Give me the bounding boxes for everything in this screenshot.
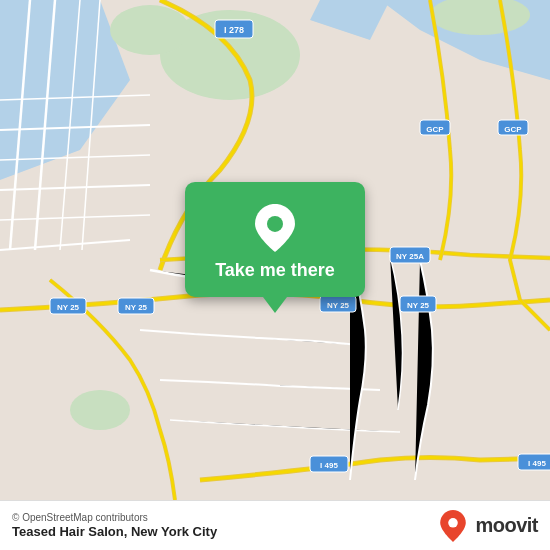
svg-text:NY 25A: NY 25A [396, 252, 424, 261]
svg-text:NY 25: NY 25 [57, 303, 80, 312]
take-me-there-overlay: Take me there [185, 182, 365, 313]
svg-text:NY 25: NY 25 [125, 303, 148, 312]
moovit-text: moovit [475, 514, 538, 537]
svg-text:GCP: GCP [426, 125, 444, 134]
location-label: Teased Hair Salon, New York City [12, 524, 217, 539]
svg-text:GCP: GCP [504, 125, 522, 134]
svg-text:I 495: I 495 [320, 461, 338, 470]
bottom-left: © OpenStreetMap contributors Teased Hair… [12, 512, 217, 539]
bottom-bar: © OpenStreetMap contributors Teased Hair… [0, 500, 550, 550]
svg-text:I 278: I 278 [224, 25, 244, 35]
attribution-text: © OpenStreetMap contributors [12, 512, 217, 523]
svg-point-40 [449, 518, 459, 528]
map-container: I 278 NY 25 NY 25 NY 25 NY 25A NY 25A NY… [0, 0, 550, 500]
svg-point-4 [70, 390, 130, 430]
svg-point-39 [267, 216, 283, 232]
take-me-there-button[interactable]: Take me there [185, 182, 365, 297]
svg-point-2 [110, 5, 190, 55]
card-pointer [263, 297, 287, 313]
moovit-icon [437, 510, 469, 542]
svg-text:NY 25: NY 25 [407, 301, 430, 310]
svg-text:I 495: I 495 [528, 459, 546, 468]
moovit-logo[interactable]: moovit [437, 510, 538, 542]
location-pin-icon [251, 204, 299, 252]
take-me-there-label: Take me there [215, 260, 335, 281]
